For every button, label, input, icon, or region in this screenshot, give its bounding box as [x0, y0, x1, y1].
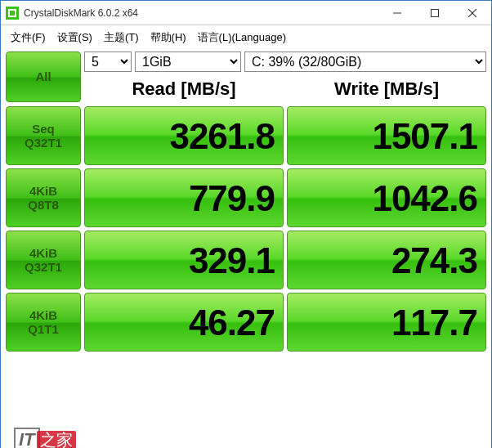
- window-controls: [378, 1, 491, 25]
- 4k-q32t1-write: 274.3: [287, 231, 486, 289]
- close-button[interactable]: [454, 1, 491, 25]
- seq-label: Seq: [7, 122, 80, 136]
- header-row: Read [MB/s] Write [MB/s]: [84, 77, 486, 103]
- all-button-label: All: [7, 69, 80, 83]
- seq-q32t1-write: 1507.1: [287, 106, 486, 165]
- menu-file[interactable]: 文件(F): [7, 29, 49, 47]
- svg-rect-4: [432, 9, 439, 16]
- test-size-select[interactable]: 1GiB: [135, 52, 241, 72]
- seq-q32t1-read: 3261.8: [84, 106, 284, 165]
- watermark-zhijia: 之家: [37, 431, 76, 448]
- footer-area: IT之家 www.ithome.com: [6, 352, 486, 448]
- menu-theme[interactable]: 主题(T): [101, 29, 142, 47]
- top-controls: 5 1GiB C: 39% (32/80GiB) Read [MB/s] Wri…: [84, 52, 486, 103]
- 4kib-label-3: 4KiB: [7, 308, 80, 322]
- 4kib-label-1: 4KiB: [7, 184, 80, 198]
- maximize-button[interactable]: [416, 1, 454, 25]
- minimize-button[interactable]: [378, 1, 416, 25]
- q32t1-label: Q32T1: [7, 136, 80, 150]
- main-panel: All 5 1GiB C: 39% (32/80GiB) Read [MB/s]: [1, 52, 491, 448]
- menu-settings[interactable]: 设置(S): [54, 29, 96, 47]
- menu-help[interactable]: 帮助(H): [147, 29, 190, 47]
- menubar: 文件(F) 设置(S) 主题(T) 帮助(H) 语言(L)(Language): [1, 25, 491, 52]
- watermark-it: IT: [14, 428, 40, 448]
- all-button[interactable]: All: [6, 52, 81, 102]
- 4k-q1t1-button[interactable]: 4KiB Q1T1: [6, 293, 81, 352]
- 4k-q1t1-read: 46.27: [84, 293, 284, 352]
- 4k-q32t1-read: 329.1: [84, 231, 284, 289]
- titlebar[interactable]: CrystalDiskMark 6.0.2 x64: [1, 1, 491, 25]
- 4k-q8t8-button[interactable]: 4KiB Q8T8: [6, 168, 81, 227]
- 4k-q8t8-write: 1042.6: [287, 168, 486, 227]
- seq-q32t1-button[interactable]: Seq Q32T1: [6, 106, 81, 165]
- benchmark-grid: All 5 1GiB C: 39% (32/80GiB) Read [MB/s]: [6, 52, 486, 352]
- app-window: CrystalDiskMark 6.0.2 x64 文件(F) 设置(S) 主题…: [0, 0, 492, 448]
- svg-rect-2: [10, 11, 15, 16]
- watermark-brand: IT之家: [14, 428, 82, 448]
- 4kib-label-2: 4KiB: [7, 246, 80, 260]
- selector-row: 5 1GiB C: 39% (32/80GiB): [84, 52, 486, 74]
- q32t1-label-2: Q32T1: [7, 260, 80, 274]
- 4k-q32t1-button[interactable]: 4KiB Q32T1: [6, 231, 81, 289]
- 4k-q8t8-read: 779.9: [84, 168, 284, 227]
- read-header: Read [MB/s]: [84, 77, 284, 103]
- test-count-select[interactable]: 5: [84, 52, 132, 72]
- 4k-q1t1-write: 117.7: [287, 293, 486, 352]
- menu-language[interactable]: 语言(L)(Language): [195, 29, 289, 47]
- window-title: CrystalDiskMark 6.0.2 x64: [24, 7, 378, 19]
- drive-select[interactable]: C: 39% (32/80GiB): [244, 52, 486, 72]
- write-header: Write [MB/s]: [287, 77, 486, 103]
- app-icon: [6, 7, 19, 20]
- q1t1-label: Q1T1: [7, 322, 80, 336]
- watermark: IT之家 www.ithome.com: [14, 428, 82, 448]
- q8t8-label: Q8T8: [7, 198, 80, 212]
